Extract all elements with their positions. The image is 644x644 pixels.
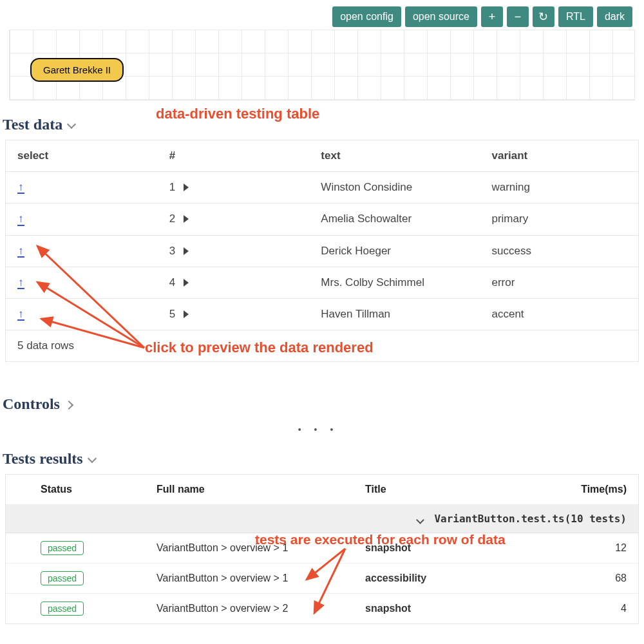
open-config-button[interactable]: open config [332, 6, 401, 27]
select-row-button[interactable]: ↑ [17, 278, 24, 289]
col-select: select [6, 140, 158, 172]
test-full-name: VariantButton > overview > 1 [145, 564, 354, 594]
tests-group-row[interactable]: VariantButton.test.ts(10 tests) [6, 505, 638, 533]
col-variant: variant [480, 140, 638, 172]
expand-row-button[interactable] [184, 279, 189, 287]
open-source-button[interactable]: open source [405, 6, 477, 27]
section-test-data-label: Test data [3, 116, 62, 133]
preview-canvas: Garett Brekke II [9, 30, 635, 100]
row-variant: primary [480, 204, 638, 235]
tests-group-label: VariantButton.test.ts(10 tests) [434, 513, 627, 525]
chevron-down-icon [68, 121, 75, 129]
status-badge: passed [41, 541, 84, 555]
zoom-in-button[interactable]: + [481, 6, 503, 27]
row-num: 1 [158, 172, 310, 204]
chevron-down-icon [417, 513, 423, 526]
test-time: 68 [544, 564, 638, 594]
select-row-button[interactable]: ↑ [17, 309, 24, 321]
tests-results-wrap: Status Full name Title Time(ms) VariantB… [5, 474, 639, 624]
expand-row-button[interactable] [184, 247, 189, 255]
toolbar: open config open source + − ↻ RTL dark [0, 0, 644, 30]
test-data-table-wrap: select # text variant ↑1 Winston Considi… [5, 140, 639, 362]
reload-button[interactable]: ↻ [533, 6, 554, 27]
col-title: Title [354, 475, 544, 505]
row-variant: error [480, 267, 638, 298]
test-full-name: VariantButton > overview > 2 [145, 594, 354, 624]
annotation-click-preview: click to preview the data rendered [145, 339, 374, 356]
chevron-down-icon [88, 455, 96, 463]
table-row: passedVariantButton > overview > 1access… [6, 564, 638, 594]
zoom-out-button[interactable]: − [507, 6, 529, 27]
table-row: ↑4 Mrs. Colby Schimmelerror [6, 267, 638, 298]
test-time: 4 [544, 594, 638, 624]
row-num: 3 [158, 235, 310, 267]
dark-toggle-button[interactable]: dark [597, 6, 632, 27]
col-time: Time(ms) [544, 475, 638, 505]
status-badge: passed [41, 571, 84, 585]
col-num: # [158, 140, 310, 172]
row-text: Derick Hoeger [309, 235, 480, 267]
row-variant: accent [480, 299, 638, 330]
col-status: Status [6, 475, 145, 505]
row-text: Haven Tillman [309, 299, 480, 330]
row-text: Mrs. Colby Schimmel [309, 267, 480, 298]
row-text: Winston Considine [309, 172, 480, 204]
row-text: Amelia Schowalter [309, 204, 480, 235]
chevron-right-icon [65, 401, 73, 408]
rtl-toggle-button[interactable]: RTL [558, 6, 593, 27]
row-num: 5 [158, 299, 310, 330]
col-full-name: Full name [145, 475, 354, 505]
row-variant: success [480, 235, 638, 267]
table-row: ↑2 Amelia Schowalterprimary [6, 204, 638, 235]
table-row: ↑1 Winston Considinewarning [6, 172, 638, 204]
expand-row-button[interactable] [184, 184, 189, 191]
row-num: 4 [158, 267, 310, 298]
table-row: ↑5 Haven Tillmanaccent [6, 299, 638, 330]
expand-row-button[interactable] [184, 215, 189, 223]
row-num: 2 [158, 204, 310, 235]
annotation-tests-each-row: tests are executed for each row of data [255, 532, 506, 547]
annotation-table-title: data-driven testing table [156, 106, 319, 122]
section-tests-results-label: Tests results [3, 450, 83, 468]
section-controls-label: Controls [3, 395, 60, 413]
test-data-table: select # text variant ↑1 Winston Considi… [6, 140, 638, 361]
test-title: accessibility [354, 564, 544, 594]
table-row: ↑3 Derick Hoegersuccess [6, 235, 638, 267]
col-text: text [309, 140, 480, 172]
row-variant: warning [480, 172, 638, 204]
section-controls-heading[interactable]: Controls [3, 395, 635, 413]
tests-results-table: Status Full name Title Time(ms) VariantB… [6, 475, 638, 623]
select-row-button[interactable]: ↑ [17, 246, 24, 258]
expand-row-button[interactable] [184, 310, 189, 318]
table-row: passedVariantButton > overview > 2snapsh… [6, 594, 638, 624]
select-row-button[interactable]: ↑ [17, 182, 24, 194]
ellipsis-divider: ••• [0, 424, 644, 435]
section-tests-results-heading[interactable]: Tests results [3, 450, 635, 468]
test-title: snapshot [354, 594, 544, 624]
test-time: 12 [544, 533, 638, 564]
variant-button-preview[interactable]: Garett Brekke II [30, 58, 124, 82]
status-badge: passed [41, 601, 84, 616]
select-row-button[interactable]: ↑ [17, 214, 24, 225]
